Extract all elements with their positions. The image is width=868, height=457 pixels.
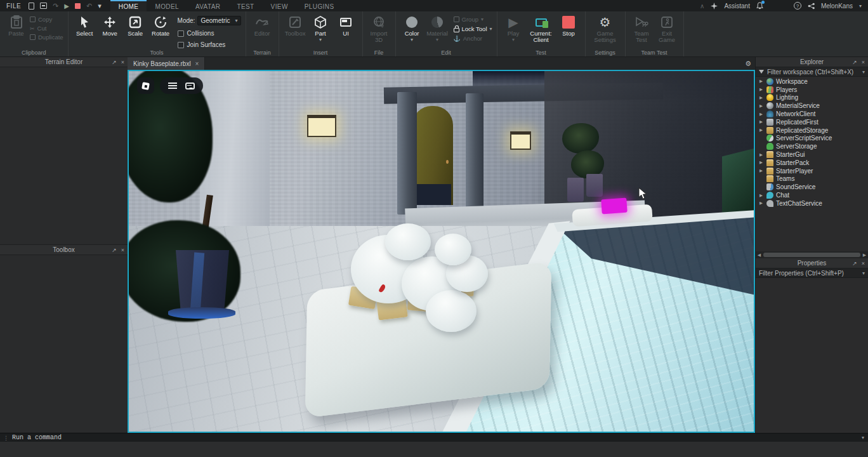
command-history-caret-icon[interactable]: ▾ xyxy=(862,435,868,440)
rotate-button[interactable]: Rotate xyxy=(149,13,173,37)
collisions-checkbox[interactable]: Collisions xyxy=(178,30,241,37)
join-surfaces-checkbox[interactable]: Join Surfaces xyxy=(178,41,241,48)
tree-row[interactable]: ▶ Teams xyxy=(756,175,868,183)
document-tab[interactable]: Kinky Baseplate.rbxl × xyxy=(128,57,205,70)
tree-row[interactable]: ▶ Players xyxy=(756,86,868,94)
expand-arrow-icon[interactable]: ▶ xyxy=(758,79,764,84)
collapse-ribbon-icon[interactable]: ∧ xyxy=(700,3,704,10)
group-button[interactable]: Group▾ xyxy=(454,16,492,23)
tree-row[interactable]: ▶ SoundService xyxy=(756,183,868,191)
terrain-editor-close-icon[interactable]: × xyxy=(121,59,124,65)
team-test-button[interactable]: Team Test xyxy=(630,13,654,43)
explorer-popout-icon[interactable]: ↗ xyxy=(852,59,857,65)
part-button[interactable]: Part ▾ xyxy=(309,13,332,43)
undo-icon[interactable]: ↶ xyxy=(86,3,92,10)
expand-arrow-icon[interactable]: ▶ xyxy=(758,112,764,117)
properties-filter-caret-icon[interactable]: ▾ xyxy=(862,270,865,276)
scroll-left-icon[interactable]: ◀ xyxy=(756,253,763,258)
properties-filter[interactable]: Filter Properties (Ctrl+Shift+P) ▾ xyxy=(756,268,868,278)
open-file-icon[interactable] xyxy=(40,3,47,9)
anchor-button[interactable]: ⚓Anchor xyxy=(454,35,492,42)
properties-close-icon[interactable]: × xyxy=(862,260,865,267)
exit-game-button[interactable]: Exit Game xyxy=(655,13,679,43)
expand-arrow-icon[interactable]: ▶ xyxy=(758,128,764,133)
notifications-bell-icon[interactable] xyxy=(756,2,763,10)
tab-model[interactable]: MODEL xyxy=(147,0,187,11)
tree-row[interactable]: ▶ ServerStorage xyxy=(756,142,868,150)
3d-viewport[interactable] xyxy=(128,70,755,433)
material-button[interactable]: Material ▾ xyxy=(426,13,449,43)
command-bar-grip-icon[interactable]: ⋮ xyxy=(0,435,12,441)
import-3d-button[interactable]: Import 3D xyxy=(367,13,391,43)
tree-row[interactable]: ▶ StarterPack xyxy=(756,159,868,167)
expand-arrow-icon[interactable]: ▶ xyxy=(758,87,764,92)
ui-button[interactable]: UI xyxy=(334,13,358,37)
document-tab-close-icon[interactable]: × xyxy=(195,60,199,67)
expand-arrow-icon[interactable]: ▶ xyxy=(758,103,764,109)
expand-arrow-icon[interactable]: ▶ xyxy=(758,168,764,173)
color-button[interactable]: Color ▾ xyxy=(400,13,424,43)
lock-tool-button[interactable]: Lock Tool▾ xyxy=(454,25,492,32)
tree-row[interactable]: ▶ ReplicatedStorage xyxy=(756,126,868,135)
file-menu[interactable]: FILE xyxy=(0,3,29,10)
copy-button[interactable]: Copy xyxy=(30,16,63,23)
play-quick-icon[interactable]: ▶ xyxy=(64,3,69,10)
explorer-close-icon[interactable]: × xyxy=(862,59,865,65)
tree-row[interactable]: ▶ Chat xyxy=(756,191,868,199)
current-client-button[interactable]: Current: Client xyxy=(527,13,555,43)
tab-view[interactable]: VIEW xyxy=(263,0,296,11)
scroll-right-icon[interactable]: ▶ xyxy=(861,253,868,258)
scrollbar-thumb[interactable] xyxy=(763,253,860,257)
expand-arrow-icon[interactable]: ▶ xyxy=(758,95,764,100)
assistant-label[interactable]: Assistant xyxy=(724,3,750,10)
customize-toolbar-icon[interactable]: ▾ xyxy=(98,3,102,10)
mode-select[interactable]: Geometric▾ xyxy=(197,16,240,25)
tab-test[interactable]: TEST xyxy=(228,0,262,11)
tree-row[interactable]: ▶ Lighting xyxy=(756,94,868,102)
scale-button[interactable]: Scale xyxy=(124,13,147,37)
terrain-editor-button[interactable]: Editor xyxy=(251,13,274,37)
terrain-editor-popout-icon[interactable]: ↗ xyxy=(112,59,117,65)
hamburger-menu-icon[interactable] xyxy=(168,83,177,89)
command-bar[interactable]: ⋮ Run a command ▾ xyxy=(0,433,868,442)
tree-row[interactable]: ▶ MaterialService xyxy=(756,102,868,110)
duplicate-button[interactable]: Duplicate xyxy=(30,34,63,41)
game-chat-icon[interactable] xyxy=(185,83,195,89)
stop-button[interactable]: Stop xyxy=(557,13,581,37)
tree-row[interactable]: ▶ NetworkClient xyxy=(756,110,868,118)
explorer-filter[interactable]: Filter workspace (Ctrl+Shift+X) ▾ xyxy=(756,67,868,77)
tabstrip-gear-icon[interactable]: ⚙ xyxy=(745,60,751,68)
expand-arrow-icon[interactable]: ▶ xyxy=(758,201,764,206)
user-menu-caret-icon[interactable]: ▾ xyxy=(859,3,862,9)
select-button[interactable]: Select xyxy=(73,13,96,37)
user-name[interactable]: MelonKans xyxy=(821,3,853,10)
share-icon[interactable] xyxy=(808,3,815,10)
explorer-hscrollbar[interactable]: ◀ ▶ xyxy=(756,251,868,258)
tree-row[interactable]: ▶ ServerScriptService xyxy=(756,135,868,143)
play-button[interactable]: ▶ Play ▾ xyxy=(502,13,525,43)
game-settings-button[interactable]: ⚙ Game Settings xyxy=(590,13,621,43)
tab-plugins[interactable]: PLUGINS xyxy=(296,0,343,11)
tree-row[interactable]: ▶ StarterGui xyxy=(756,150,868,159)
new-file-icon[interactable] xyxy=(29,3,34,10)
roblox-menu-button[interactable] xyxy=(137,77,154,94)
tab-avatar[interactable]: AVATAR xyxy=(187,0,228,11)
expand-arrow-icon[interactable]: ▶ xyxy=(758,160,764,165)
move-button[interactable]: Move xyxy=(98,13,122,37)
help-icon[interactable]: ? xyxy=(794,2,801,10)
cut-button[interactable]: ✂Cut xyxy=(30,25,63,32)
expand-arrow-icon[interactable]: ▶ xyxy=(758,193,764,198)
redo-icon[interactable]: ↷ xyxy=(53,3,58,10)
stop-quick-icon[interactable] xyxy=(75,3,81,9)
command-input-placeholder[interactable]: Run a command xyxy=(12,434,62,441)
expand-arrow-icon[interactable]: ▶ xyxy=(758,152,764,157)
tree-row[interactable]: ▶ ReplicatedFirst xyxy=(756,118,868,126)
tree-row[interactable]: ▶ Workspace xyxy=(756,77,868,86)
tree-row[interactable]: ▶ TextChatService xyxy=(756,199,868,208)
expand-arrow-icon[interactable]: ▶ xyxy=(758,119,764,124)
tab-home[interactable]: HOME xyxy=(110,0,147,11)
paste-button[interactable]: Paste xyxy=(4,13,28,37)
toolbox-popout-icon[interactable]: ↗ xyxy=(112,247,117,253)
toolbox-close-icon[interactable]: × xyxy=(121,247,124,253)
properties-popout-icon[interactable]: ↗ xyxy=(852,260,857,267)
